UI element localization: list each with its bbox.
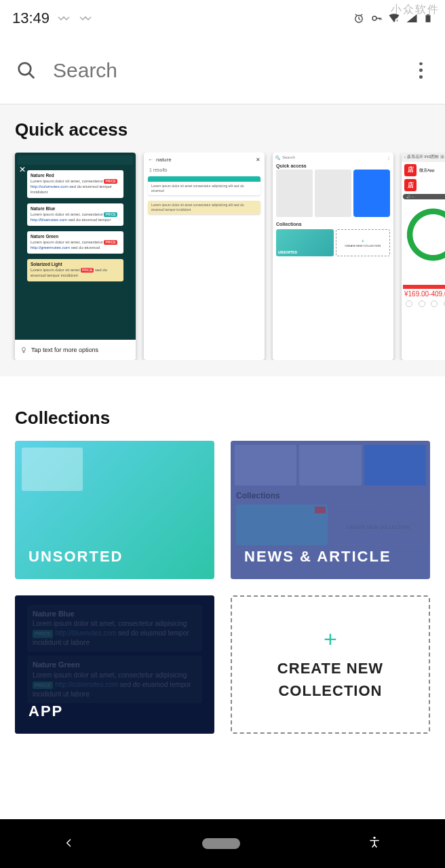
quick-card[interactable]: ←nature✕ 1 results Lorem ipsum dolor sit… xyxy=(144,153,265,360)
wave-icon xyxy=(58,14,71,23)
watermark: 小众软件 xyxy=(391,3,440,17)
wave-icon xyxy=(79,14,93,23)
search-icon: 🔍 xyxy=(275,155,280,160)
search-icon xyxy=(16,60,37,81)
svg-point-1 xyxy=(372,16,376,20)
quick-card[interactable]: ‹ 森系花环 INS图标 涂 店微店App 店 🔊 ··· ¥169.00-40… xyxy=(402,153,445,360)
lightbulb-icon xyxy=(20,347,27,353)
create-collection-button[interactable]: + CREATE NEW COLLECTION xyxy=(231,595,430,734)
svg-point-6 xyxy=(19,62,31,75)
status-bar: 13:49 × 小众软件 xyxy=(0,0,445,37)
quick-access-title: Quick access xyxy=(15,119,430,140)
nav-home-pill[interactable] xyxy=(202,838,240,849)
nav-back-icon[interactable] xyxy=(64,836,75,852)
collections-title: Collections xyxy=(15,408,430,429)
collection-unsorted[interactable]: UNSORTED xyxy=(15,441,214,579)
plus-icon: + xyxy=(324,627,337,650)
nav-accessibility-icon[interactable] xyxy=(368,835,381,852)
search-bar[interactable] xyxy=(0,37,445,104)
alarm-icon xyxy=(353,12,365,24)
collection-app[interactable]: Nature BlueLorem ipsum dolor sit amet, c… xyxy=(15,595,214,734)
close-icon: ✕ xyxy=(19,166,26,173)
search-input[interactable] xyxy=(53,59,412,82)
collection-news[interactable]: Collections +CREATE NEW COLLECTION NEWS … xyxy=(231,441,430,579)
overflow-menu-icon[interactable] xyxy=(412,62,429,79)
quick-access-row[interactable]: ✕ Nature RedLorem ipsum dolor sit amet, … xyxy=(0,153,445,360)
system-nav-bar xyxy=(0,819,445,868)
quick-card[interactable]: ✕ Nature RedLorem ipsum dolor sit amet, … xyxy=(15,153,136,360)
quick-card[interactable]: 🔍Search⋮ Quick access Collections UNSORT… xyxy=(273,153,393,360)
hint-text: Tap text for more options xyxy=(31,347,98,353)
status-time: 13:49 xyxy=(12,9,50,27)
svg-text:×: × xyxy=(396,18,398,22)
back-icon: ← xyxy=(148,157,153,163)
close-icon: ✕ xyxy=(256,157,260,163)
key-icon xyxy=(370,12,383,24)
quick-access-section: Quick access ✕ Nature RedLorem ipsum dol… xyxy=(0,104,445,376)
collections-section: Collections UNSORTED Collections +CREATE… xyxy=(0,376,445,734)
create-collection-label: CREATE NEW COLLECTION xyxy=(277,657,383,702)
svg-point-7 xyxy=(373,837,375,839)
